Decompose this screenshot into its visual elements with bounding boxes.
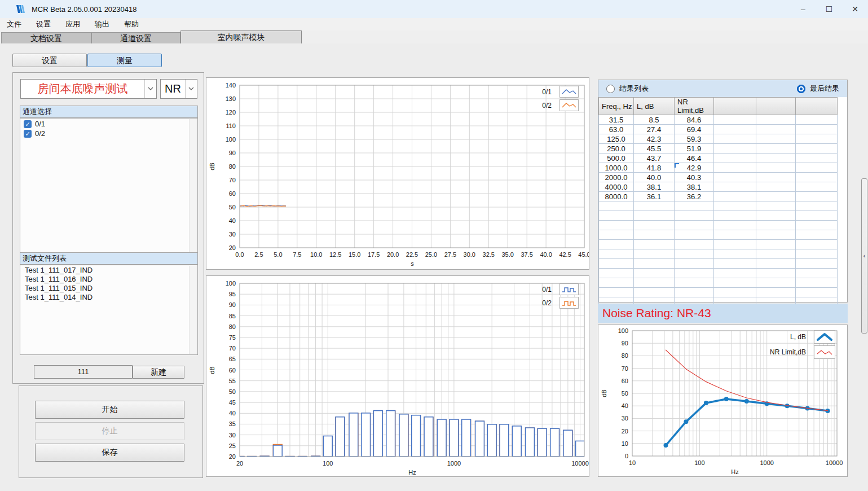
svg-text:45.0: 45.0 [578, 251, 589, 258]
results-table-header: Freq., Hz [599, 98, 634, 115]
checkbox-checked-icon[interactable]: ✓ [24, 120, 32, 128]
checkbox-checked-icon[interactable]: ✓ [24, 130, 32, 138]
svg-text:37.5: 37.5 [521, 251, 532, 258]
file-item[interactable]: Test 1_111_016_IND [20, 274, 197, 283]
table-row[interactable] [599, 221, 838, 230]
table-row[interactable]: 250.045.551.9 [599, 144, 838, 154]
channel-list[interactable]: ✓ 0/1 ✓ 0/2 [20, 118, 198, 253]
panel-collapse-handle[interactable]: ‹ [861, 178, 867, 334]
filename-input[interactable]: 111 [34, 365, 133, 379]
table-row[interactable] [599, 240, 838, 249]
svg-text:100: 100 [618, 327, 628, 334]
channel-label: 0/1 [35, 120, 45, 128]
test-type-dropdown-button[interactable] [144, 80, 156, 98]
svg-text:120: 120 [226, 109, 236, 116]
svg-text:15.0: 15.0 [349, 251, 360, 258]
tab-strip: 文档设置 通道设置 室内噪声模块 [0, 30, 868, 43]
stop-button: 停止 [35, 422, 184, 440]
menu-help[interactable]: 帮助 [123, 19, 140, 30]
table-row[interactable]: 1000.041.842.9 [599, 163, 838, 173]
menu-settings[interactable]: 设置 [35, 19, 52, 30]
svg-text:Hz: Hz [408, 469, 416, 476]
tab-channel-settings[interactable]: 通道设置 [91, 32, 180, 43]
svg-text:55: 55 [229, 378, 236, 384]
scrollbar-track[interactable] [189, 266, 197, 354]
subtab-settings[interactable]: 设置 [12, 54, 87, 67]
menu-file[interactable]: 文件 [6, 19, 23, 30]
minimize-button[interactable]: – [790, 0, 816, 18]
legend-entry: L, dB [790, 330, 835, 344]
svg-text:2.5: 2.5 [254, 251, 263, 258]
svg-text:20: 20 [229, 453, 236, 460]
tab-indoor-noise-module[interactable]: 室内噪声模块 [180, 30, 302, 43]
results-table[interactable]: Freq., HzL, dBNR Limit,dB 31.58.584.663.… [598, 97, 838, 307]
legend-entry: 0/1 [542, 86, 579, 98]
results-table-header: NR Limit,dB [675, 98, 714, 115]
table-row[interactable]: 63.027.469.4 [599, 125, 838, 134]
radio-selected-icon[interactable] [797, 85, 805, 93]
channel-item[interactable]: ✓ 0/1 [20, 119, 197, 128]
chevron-left-icon: ‹ [863, 253, 865, 259]
scrollbar-track[interactable] [189, 119, 197, 252]
svg-text:dB: dB [209, 366, 215, 374]
channel-label: 0/2 [35, 129, 45, 138]
result-list-radio-group[interactable]: 结果列表 [606, 84, 649, 94]
table-row[interactable] [599, 288, 838, 297]
svg-text:60: 60 [229, 367, 236, 374]
table-row[interactable] [599, 211, 838, 221]
menu-output[interactable]: 输出 [94, 19, 111, 30]
subtab-measure[interactable]: 测量 [87, 54, 162, 67]
radio-unselected-icon[interactable] [606, 85, 615, 93]
table-row[interactable] [599, 269, 838, 278]
table-row[interactable] [599, 249, 838, 259]
svg-text:30: 30 [622, 415, 628, 422]
tab-document-settings[interactable]: 文档设置 [1, 32, 91, 43]
table-row[interactable]: 8000.036.136.2 [599, 192, 838, 201]
channel-select-header: 通道选择 [20, 106, 198, 118]
svg-text:20: 20 [229, 244, 236, 251]
svg-text:25: 25 [229, 442, 236, 449]
svg-text:100: 100 [226, 136, 236, 143]
table-row[interactable]: 500.043.746.4 [599, 154, 838, 163]
table-row[interactable]: 31.58.584.6 [599, 115, 838, 125]
svg-text:50: 50 [229, 388, 236, 395]
svg-text:17.5: 17.5 [368, 251, 380, 258]
save-button[interactable]: 保存 [35, 444, 184, 462]
svg-text:35: 35 [229, 420, 236, 427]
test-file-list[interactable]: Test 1_111_017_IND Test 1_111_016_IND Te… [20, 265, 198, 355]
table-row[interactable]: 4000.038.138.1 [599, 182, 838, 192]
rating-type-combobox[interactable]: NR [160, 79, 197, 99]
svg-text:90: 90 [622, 340, 628, 347]
noise-rating-value: Noise Rating: NR-43 [602, 306, 711, 320]
table-row[interactable]: 125.042.359.3 [599, 134, 838, 144]
start-button[interactable]: 开始 [35, 401, 184, 419]
rating-type-value: NR [161, 80, 185, 98]
thick-line-series-icon [814, 330, 835, 344]
table-row[interactable] [599, 259, 838, 269]
channel-item[interactable]: ✓ 0/2 [20, 128, 197, 138]
rating-type-dropdown-button[interactable] [185, 80, 197, 98]
file-item[interactable]: Test 1_111_015_IND [20, 283, 197, 292]
table-row[interactable]: 2000.040.040.3 [599, 173, 838, 182]
new-button[interactable]: 新建 [133, 366, 184, 379]
svg-text:20.0: 20.0 [387, 251, 399, 258]
table-row[interactable] [599, 201, 838, 211]
last-result-radio-group[interactable]: 最后结果 [797, 84, 839, 94]
svg-text:70: 70 [229, 177, 236, 183]
file-item[interactable]: Test 1_111_014_IND [20, 292, 197, 301]
svg-text:100: 100 [226, 280, 236, 287]
thin-line-series-icon [814, 345, 835, 359]
line-series-icon [559, 99, 579, 111]
maximize-button[interactable]: ☐ [816, 0, 842, 18]
chevron-down-icon [148, 87, 153, 91]
table-row[interactable] [599, 230, 838, 240]
results-table-header [796, 98, 838, 115]
file-item[interactable]: Test 1_111_017_IND [20, 265, 197, 274]
table-row[interactable] [599, 278, 838, 288]
menu-application[interactable]: 应用 [64, 19, 81, 30]
time-history-chart: 0.02.55.07.510.012.515.017.520.022.525.0… [206, 78, 589, 269]
test-type-combobox[interactable]: 房间本底噪声测试 [20, 79, 157, 99]
svg-text:7.5: 7.5 [293, 251, 301, 258]
test-type-value: 房间本底噪声测试 [21, 80, 144, 98]
close-button[interactable]: ✕ [842, 0, 868, 18]
